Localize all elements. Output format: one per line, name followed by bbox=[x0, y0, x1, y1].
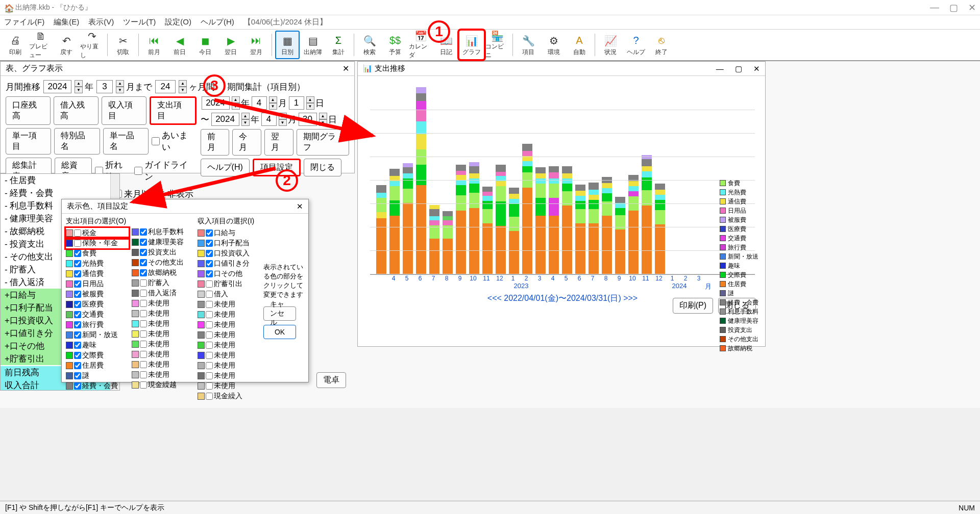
help-button[interactable]: ヘルプ(H) bbox=[201, 159, 250, 176]
button[interactable]: 翌月 bbox=[264, 129, 293, 156]
category-check[interactable] bbox=[206, 240, 213, 247]
toolbar-today[interactable]: ◼今日 bbox=[193, 31, 217, 59]
maximize-icon[interactable]: ▢ bbox=[735, 64, 742, 73]
category-check[interactable] bbox=[140, 269, 147, 276]
color-swatch[interactable] bbox=[132, 269, 139, 276]
color-swatch[interactable] bbox=[66, 229, 73, 237]
color-swatch[interactable] bbox=[66, 382, 73, 390]
color-swatch[interactable] bbox=[132, 290, 139, 297]
category-check[interactable] bbox=[74, 331, 81, 339]
category-check[interactable] bbox=[140, 371, 147, 378]
toolbar-budget[interactable]: $$予算 bbox=[383, 31, 407, 59]
toolbar-nd[interactable]: ▶翌日 bbox=[218, 31, 243, 59]
color-swatch[interactable] bbox=[66, 342, 73, 349]
category-check[interactable] bbox=[206, 260, 213, 267]
toolbar-undo[interactable]: ↶戻す bbox=[54, 31, 79, 59]
category-check[interactable] bbox=[206, 270, 213, 277]
category-check[interactable] bbox=[206, 250, 213, 257]
close-icon[interactable]: ✕ bbox=[342, 64, 349, 73]
close-icon[interactable]: ✕ bbox=[968, 2, 976, 13]
span-input[interactable]: 24 bbox=[155, 80, 176, 93]
color-swatch[interactable] bbox=[66, 240, 73, 247]
category-check[interactable] bbox=[206, 321, 213, 328]
category-check[interactable] bbox=[206, 311, 213, 318]
color-swatch[interactable] bbox=[66, 301, 73, 308]
toolbar-items[interactable]: 🔧項目 bbox=[516, 31, 541, 59]
category-check[interactable] bbox=[74, 352, 81, 359]
color-swatch[interactable] bbox=[132, 249, 139, 256]
category-check[interactable] bbox=[74, 382, 81, 390]
toolbar-sum[interactable]: Σ集計 bbox=[326, 31, 351, 59]
from-day[interactable]: 1 bbox=[289, 96, 304, 110]
color-swatch[interactable] bbox=[198, 342, 205, 349]
color-swatch[interactable] bbox=[198, 382, 205, 390]
button[interactable]: 単一品名 bbox=[103, 128, 149, 155]
color-swatch[interactable] bbox=[132, 259, 139, 266]
color-swatch[interactable] bbox=[198, 311, 205, 318]
color-swatch[interactable] bbox=[198, 301, 205, 308]
button[interactable]: 借入残高 bbox=[54, 96, 99, 125]
category-check[interactable] bbox=[206, 352, 213, 359]
color-swatch[interactable] bbox=[132, 300, 139, 307]
to-day[interactable]: 30 bbox=[299, 113, 317, 126]
button[interactable]: 口座残高 bbox=[6, 96, 51, 125]
category-check[interactable] bbox=[140, 239, 147, 246]
color-swatch[interactable] bbox=[198, 291, 205, 298]
color-swatch[interactable] bbox=[66, 280, 73, 288]
color-swatch[interactable] bbox=[132, 310, 139, 317]
category-check[interactable] bbox=[140, 228, 147, 236]
aimai-check[interactable]: あいまい bbox=[152, 130, 196, 153]
toolbar-diary[interactable]: 📖日記 bbox=[434, 31, 458, 59]
category-check[interactable] bbox=[140, 341, 147, 348]
category-check[interactable] bbox=[140, 249, 147, 256]
category-check[interactable] bbox=[74, 260, 81, 267]
color-swatch[interactable] bbox=[132, 361, 139, 368]
color-swatch[interactable] bbox=[66, 372, 73, 379]
toolbar-ledger[interactable]: ▤出納簿 bbox=[301, 31, 325, 59]
category-check[interactable] bbox=[74, 280, 81, 288]
menu-item[interactable]: ツール(T) bbox=[123, 17, 156, 27]
color-swatch[interactable] bbox=[198, 270, 205, 277]
item-settings-button[interactable]: 項目設定 bbox=[253, 159, 301, 176]
toolbar-nm[interactable]: ⏭翌月 bbox=[244, 31, 268, 59]
category-check[interactable] bbox=[74, 291, 81, 298]
color-swatch[interactable] bbox=[66, 331, 73, 339]
category-check[interactable] bbox=[140, 259, 147, 266]
hide-future-check[interactable]: 来月以降を非表示 bbox=[114, 188, 193, 200]
from-year[interactable]: 2024 bbox=[202, 96, 230, 110]
category-check[interactable] bbox=[140, 381, 147, 389]
toolbar-pm[interactable]: ⏮前月 bbox=[142, 31, 166, 59]
color-swatch[interactable] bbox=[66, 311, 73, 318]
ok-button[interactable]: OK bbox=[263, 325, 296, 339]
toolbar-auto[interactable]: A自動 bbox=[567, 31, 592, 59]
button[interactable]: 期間グラフ bbox=[297, 129, 349, 156]
toolbar-print[interactable]: 🖨印刷 bbox=[3, 31, 28, 59]
category-check[interactable] bbox=[140, 351, 147, 358]
toolbar-graph[interactable]: 📊グラフ bbox=[459, 31, 484, 59]
color-swatch[interactable] bbox=[66, 362, 73, 369]
span-spinner[interactable]: ▲▼ bbox=[179, 80, 187, 93]
button[interactable]: 支出項目 bbox=[150, 96, 197, 125]
color-swatch[interactable] bbox=[198, 260, 205, 267]
category-check[interactable] bbox=[74, 372, 81, 379]
toolbar-exit[interactable]: ⎋終了 bbox=[649, 31, 674, 59]
category-check[interactable] bbox=[206, 342, 213, 349]
toolbar-preview[interactable]: 🗎プレビュー bbox=[29, 31, 53, 59]
list-item[interactable]: - 住居費 bbox=[1, 174, 119, 187]
menu-item[interactable]: 表示(V) bbox=[88, 17, 114, 27]
close-button[interactable]: 閉じる bbox=[304, 159, 341, 176]
color-swatch[interactable] bbox=[66, 352, 73, 359]
close-icon[interactable]: ✕ bbox=[753, 64, 760, 73]
category-check[interactable] bbox=[140, 290, 147, 297]
minimize-icon[interactable]: — bbox=[930, 2, 939, 13]
category-check[interactable] bbox=[206, 372, 213, 379]
category-check[interactable] bbox=[74, 321, 81, 328]
color-swatch[interactable] bbox=[198, 352, 205, 359]
category-check[interactable] bbox=[206, 229, 213, 237]
month-input[interactable]: 3 bbox=[96, 80, 113, 93]
toolbar-conv[interactable]: 🏪コンビニ bbox=[485, 31, 509, 59]
minimize-icon[interactable]: — bbox=[716, 64, 724, 73]
color-swatch[interactable] bbox=[132, 320, 139, 327]
to-year[interactable]: 2024 bbox=[211, 113, 239, 126]
year-spinner[interactable]: ▲▼ bbox=[75, 80, 83, 93]
